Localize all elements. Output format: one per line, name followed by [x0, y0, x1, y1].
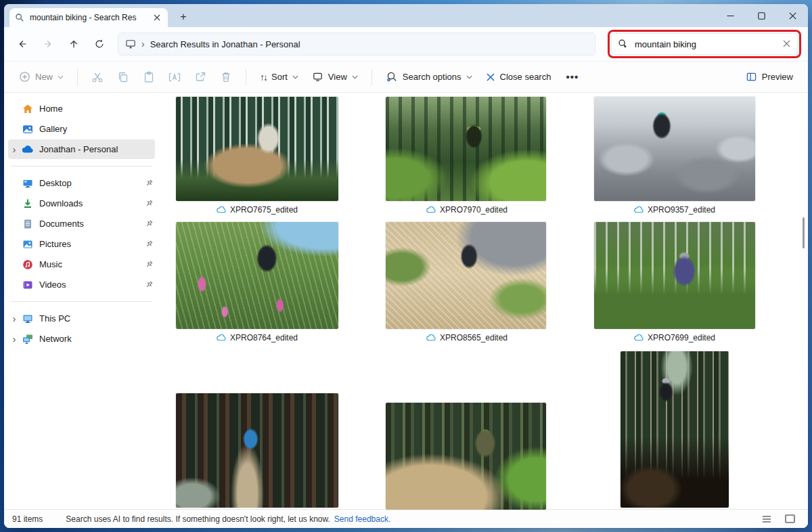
- sidebar-item-downloads[interactable]: Downloads: [8, 194, 155, 213]
- refresh-button[interactable]: [88, 33, 111, 55]
- photo-thumbnail-xpro8565[interactable]: [386, 222, 546, 329]
- up-button[interactable]: [62, 33, 85, 55]
- sidebar-item-pictures[interactable]: Pictures: [8, 234, 155, 254]
- expand-chevron-icon[interactable]: ›: [8, 313, 20, 324]
- new-button-label: New: [35, 72, 53, 82]
- file-label[interactable]: XPRO8565_edited: [386, 333, 548, 342]
- expand-chevron-icon[interactable]: ›: [8, 144, 20, 154]
- details-view-icon[interactable]: [757, 515, 776, 523]
- tab-close-icon[interactable]: [152, 12, 162, 23]
- photo-thumbnail-row3-3[interactable]: [621, 351, 729, 508]
- search-box[interactable]: [611, 33, 798, 55]
- delete-button[interactable]: [215, 67, 238, 87]
- close-button[interactable]: [777, 4, 808, 27]
- tab-title: mountain biking - Search Res: [30, 13, 146, 22]
- paste-icon: [143, 71, 155, 83]
- view-button-label: View: [328, 72, 347, 82]
- photo-thumbnail-row3-2[interactable]: [386, 403, 546, 510]
- documents-icon: [20, 219, 35, 229]
- file-label[interactable]: XPRO9357_edited: [593, 205, 756, 215]
- pictures-icon: [20, 239, 35, 250]
- sidebar-item-this-pc[interactable]: › This PC: [8, 309, 155, 328]
- preview-pane-icon: [746, 71, 757, 83]
- cloud-status-icon: [426, 206, 436, 213]
- chevron-down-icon: [58, 75, 64, 79]
- search-sparkle-icon: [617, 39, 628, 49]
- address-bar[interactable]: › Search Results in Jonathan - Personal: [118, 32, 595, 56]
- breadcrumb[interactable]: Search Results in Jonathan - Personal: [150, 39, 300, 49]
- photo-thumbnail-xpro9357[interactable]: [594, 97, 755, 201]
- photo-thumbnail-xpro7970[interactable]: [386, 97, 546, 201]
- forward-button[interactable]: [37, 33, 60, 55]
- new-tab-button[interactable]: +: [175, 8, 192, 26]
- sidebar-item-onedrive-personal[interactable]: › Jonathan - Personal: [8, 139, 155, 159]
- search-options-button[interactable]: Search options: [380, 67, 478, 87]
- navigation-pane: Home Gallery › Jonathan - Personal: [4, 93, 159, 509]
- toolbar-divider: [371, 69, 372, 85]
- file-label[interactable]: XPRO7675_edited: [176, 205, 338, 215]
- this-pc-icon: [20, 313, 35, 324]
- thumbnail-view-icon[interactable]: [780, 514, 800, 523]
- pin-icon: [143, 199, 155, 208]
- cut-icon: [91, 71, 104, 83]
- window-controls: [715, 4, 808, 27]
- command-toolbar: New: [4, 61, 808, 93]
- photo-thumbnail-xpro8764[interactable]: [176, 222, 338, 329]
- tab-bar: mountain biking - Search Res +: [4, 4, 808, 27]
- downloads-icon: [20, 198, 35, 209]
- minimize-button[interactable]: [715, 4, 746, 27]
- sort-button[interactable]: ↑↓ Sort: [254, 68, 304, 87]
- sidebar-item-network[interactable]: › Network: [8, 329, 155, 349]
- sort-icon: ↑↓: [260, 72, 267, 83]
- gallery-icon: [20, 124, 35, 135]
- search-clear-icon[interactable]: [782, 39, 792, 49]
- items-count: 91 items: [12, 514, 43, 524]
- videos-icon: [20, 280, 35, 290]
- sidebar-item-videos[interactable]: Videos: [8, 275, 155, 294]
- paste-button[interactable]: [137, 67, 160, 87]
- share-button[interactable]: [189, 67, 212, 87]
- sidebar-item-documents[interactable]: Documents: [8, 214, 155, 234]
- explorer-tab[interactable]: mountain biking - Search Res: [9, 8, 168, 27]
- cut-button[interactable]: [86, 67, 109, 87]
- close-search-button[interactable]: Close search: [480, 68, 557, 86]
- close-search-icon: [486, 72, 495, 82]
- breadcrumb-chevron[interactable]: ›: [141, 39, 145, 49]
- close-search-label: Close search: [500, 72, 551, 82]
- maximize-button[interactable]: [746, 4, 777, 27]
- pin-icon: [143, 240, 155, 248]
- new-button[interactable]: New: [14, 67, 69, 87]
- cloud-status-icon: [426, 334, 436, 341]
- send-feedback-link[interactable]: Send feedback.: [334, 514, 390, 524]
- sidebar-item-home[interactable]: Home: [8, 99, 155, 118]
- view-button[interactable]: View: [307, 67, 363, 87]
- sidebar-item-desktop[interactable]: Desktop: [8, 173, 155, 193]
- music-icon: [20, 259, 35, 270]
- file-label[interactable]: XPRO8764_edited: [176, 333, 338, 342]
- cloud-status-icon: [217, 334, 227, 341]
- vertical-scrollbar-thumb[interactable]: [803, 217, 805, 248]
- pin-icon: [143, 219, 155, 228]
- expand-chevron-icon[interactable]: ›: [8, 334, 20, 344]
- sidebar-item-gallery[interactable]: Gallery: [8, 119, 155, 139]
- address-row: › Search Results in Jonathan - Personal: [4, 27, 808, 61]
- sidebar-item-music[interactable]: Music: [8, 254, 155, 274]
- preview-button[interactable]: Preview: [740, 67, 798, 87]
- cloud-status-icon: [217, 206, 227, 213]
- onedrive-cloud-icon: [20, 146, 35, 154]
- photo-thumbnail-xpro7699[interactable]: [594, 222, 755, 329]
- file-label[interactable]: XPRO7699_edited: [593, 333, 756, 342]
- copy-button[interactable]: [112, 67, 135, 87]
- file-label[interactable]: XPRO7970_edited: [386, 205, 548, 215]
- rename-icon: [168, 71, 181, 83]
- photo-thumbnail-row3-1[interactable]: [176, 393, 338, 508]
- back-button[interactable]: [11, 33, 34, 55]
- share-icon: [194, 71, 206, 83]
- sidebar-divider: [11, 301, 152, 302]
- photo-thumbnail-xpro7675[interactable]: [176, 97, 338, 201]
- search-input[interactable]: [633, 39, 776, 50]
- pin-icon: [143, 179, 155, 187]
- see-more-button[interactable]: •••: [559, 68, 585, 85]
- rename-button[interactable]: [163, 67, 186, 87]
- ai-search-notice: Search uses AI to find results. If somet…: [66, 514, 330, 524]
